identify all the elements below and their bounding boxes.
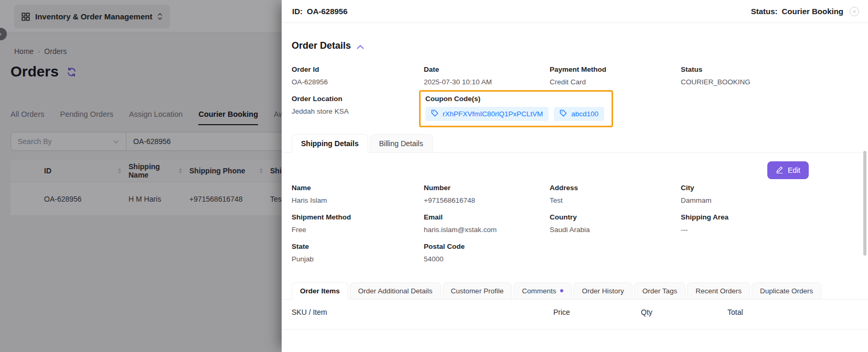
coupon-highlight-box: Coupon Code(s) rXhPFXVfmIC80rlQ1PxPCLtVM bbox=[419, 90, 613, 127]
field-coupon-codes: Coupon Code(s) rXhPFXVfmIC80rlQ1PxPCLtVM bbox=[424, 94, 681, 127]
field-email: Email haris.islam@xstak.com bbox=[424, 213, 550, 242]
shipping-fields-grid: Name Haris Islam Number +971568616748 Ad… bbox=[292, 183, 855, 271]
coupon-label: Coupon Code(s) bbox=[425, 94, 604, 103]
field-state: State Punjab bbox=[292, 242, 424, 271]
coupon-tag[interactable]: rXhPFXVfmIC80rlQ1PxPCLtVM bbox=[425, 107, 549, 121]
field-order-id: Order Id OA-628956 bbox=[292, 65, 424, 94]
edit-pencil-icon bbox=[776, 166, 784, 175]
tag-icon bbox=[560, 109, 567, 118]
tab-customer-profile[interactable]: Customer Profile bbox=[443, 282, 512, 300]
column-total: Total bbox=[727, 308, 855, 316]
coupon-tag[interactable]: abcd100 bbox=[554, 107, 604, 121]
column-sku-item: SKU / Item bbox=[292, 308, 553, 316]
drawer-body: Order Details Order Id OA-628956 Date 20… bbox=[282, 40, 868, 329]
column-qty: Qty bbox=[641, 308, 727, 316]
tab-recent-orders[interactable]: Recent Orders bbox=[687, 282, 750, 300]
divider bbox=[282, 329, 868, 329]
notification-dot bbox=[560, 289, 563, 292]
tab-duplicate-orders[interactable]: Duplicate Orders bbox=[752, 282, 821, 300]
field-postal-code: Postal Code 54000 bbox=[424, 242, 550, 271]
field-country: Country Saudi Arabia bbox=[550, 213, 681, 242]
field-name: Name Haris Islam bbox=[292, 183, 424, 213]
tab-billing-details[interactable]: Billing Details bbox=[370, 134, 433, 153]
tab-order-additional-details[interactable]: Order Additional Details bbox=[350, 282, 441, 300]
drawer-status: Status: Courier Booking × bbox=[751, 7, 859, 16]
drawer-header: ID: OA-628956 Status: Courier Booking × bbox=[282, 0, 868, 23]
field-order-location: Order Location Jeddah store KSA bbox=[292, 94, 424, 127]
edit-button[interactable]: Edit bbox=[767, 161, 809, 179]
screen: Inventory & Order Management › Home › Or… bbox=[0, 0, 868, 352]
field-shipping-area: Shipping Area --- bbox=[681, 213, 855, 242]
section-tabbar: Order Items Order Additional Details Cus… bbox=[282, 282, 868, 300]
tab-order-items[interactable]: Order Items bbox=[292, 282, 348, 300]
tag-icon bbox=[431, 109, 438, 118]
order-fields-grid: Order Id OA-628956 Date 2025-07-30 10:10… bbox=[292, 65, 855, 127]
tab-comments[interactable]: Comments bbox=[513, 282, 572, 300]
column-price: Price bbox=[553, 308, 641, 316]
order-items-table-header: SKU / Item Price Qty Total bbox=[292, 308, 855, 316]
collapse-chevron-up-icon[interactable] bbox=[357, 42, 364, 51]
close-icon[interactable]: × bbox=[850, 7, 859, 16]
tab-order-tags[interactable]: Order Tags bbox=[634, 282, 686, 300]
tab-order-history[interactable]: Order History bbox=[573, 282, 632, 300]
field-city: City Dammam bbox=[681, 183, 855, 213]
tab-shipping-details[interactable]: Shipping Details bbox=[292, 134, 368, 153]
field-status: Status COURIER_BOOKING bbox=[681, 65, 855, 94]
field-shipment-method: Shipment Method Free bbox=[292, 213, 424, 242]
address-tabbar: Shipping Details Billing Details bbox=[282, 134, 868, 153]
modal-overlay[interactable] bbox=[0, 0, 282, 352]
field-number: Number +971568616748 bbox=[424, 183, 550, 213]
status-value: Courier Booking bbox=[781, 7, 843, 16]
order-details-title: Order Details bbox=[292, 40, 351, 51]
field-address: Address Test bbox=[550, 183, 681, 213]
drawer-order-id: ID: OA-628956 bbox=[292, 7, 348, 16]
order-details-drawer: ID: OA-628956 Status: Courier Booking × … bbox=[282, 0, 868, 352]
drawer-scrollbar[interactable] bbox=[863, 151, 866, 256]
